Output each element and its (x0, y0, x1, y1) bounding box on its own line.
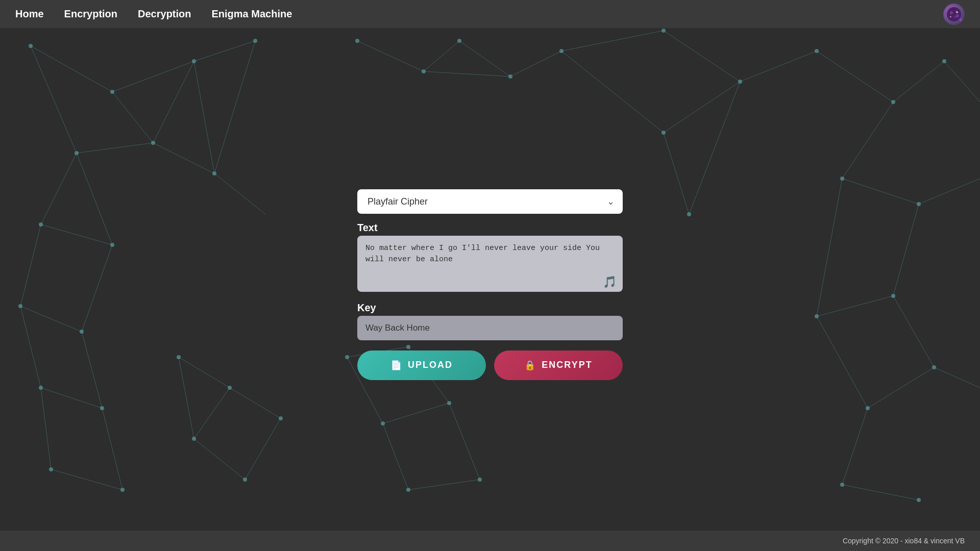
svg-text:✦: ✦ (955, 10, 959, 15)
encrypt-button[interactable]: 🔒 ENCRYPT (494, 350, 623, 380)
footer: Copyright © 2020 - xio84 & vincent VB (0, 531, 980, 551)
svg-point-110 (950, 11, 953, 14)
copyright-text: Copyright © 2020 - xio84 & vincent VB (843, 537, 965, 545)
text-field-section: Text 🎵 (357, 222, 623, 294)
buttons-row: 📄 UPLOAD 🔒 ENCRYPT (357, 350, 623, 380)
form-container: Playfair Cipher Caesar Cipher Vigenere C… (357, 189, 623, 380)
key-input[interactable] (357, 316, 623, 340)
nav-enigma[interactable]: Enigma Machine (212, 8, 292, 20)
text-label: Text (357, 222, 623, 234)
key-field-section: Key (357, 302, 623, 340)
key-label: Key (357, 302, 623, 314)
encrypt-label: ENCRYPT (542, 360, 592, 370)
cipher-dropdown-wrapper: Playfair Cipher Caesar Cipher Vigenere C… (357, 189, 623, 214)
emoji-icon: 🎵 (603, 276, 617, 289)
nav-links: Home Encryption Decryption Enigma Machin… (15, 8, 943, 20)
cipher-select[interactable]: Playfair Cipher Caesar Cipher Vigenere C… (357, 189, 623, 214)
text-input[interactable] (357, 236, 623, 292)
nav-encryption[interactable]: Encryption (64, 8, 117, 20)
upload-icon: 📄 (390, 360, 403, 371)
main-content: Playfair Cipher Caesar Cipher Vigenere C… (0, 28, 980, 531)
nav-home[interactable]: Home (15, 8, 44, 20)
nav-decryption[interactable]: Decryption (138, 8, 191, 20)
upload-button[interactable]: 📄 UPLOAD (357, 350, 486, 380)
navbar: Home Encryption Decryption Enigma Machin… (0, 0, 980, 28)
upload-label: UPLOAD (408, 360, 453, 370)
text-area-wrapper: 🎵 (357, 236, 623, 294)
svg-text:✦: ✦ (949, 15, 952, 18)
lock-icon: 🔒 (524, 360, 536, 371)
avatar[interactable]: ✦ ✦ (943, 4, 965, 25)
